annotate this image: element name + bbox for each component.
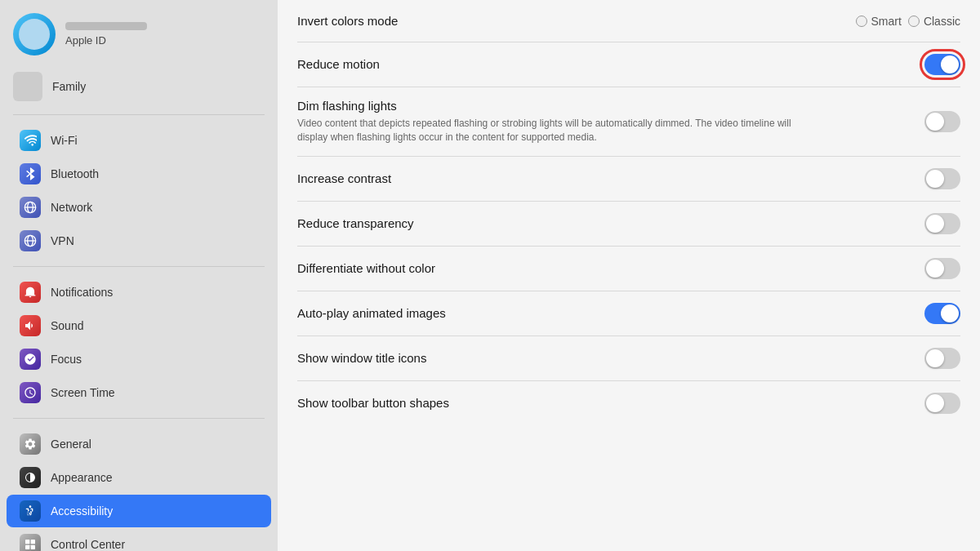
sidebar-item-sound[interactable]: Sound (7, 309, 271, 342)
autoplay-images-title: Auto-play animated images (297, 306, 446, 320)
sidebar-item-vpn-label: VPN (51, 234, 74, 247)
setting-row-dim-flashing-left: Dim flashing lights Video content that d… (297, 99, 924, 144)
setting-row-window-title-icons-left: Show window title icons (297, 351, 924, 366)
toolbar-button-shapes-right (924, 393, 960, 414)
svg-rect-11 (25, 545, 29, 549)
appearance-icon (20, 467, 41, 488)
dim-flashing-right (924, 111, 960, 132)
setting-row-window-title-icons: Show window title icons (297, 336, 960, 381)
radio-classic-circle (908, 16, 920, 27)
increase-contrast-title: Increase contrast (297, 171, 391, 185)
svg-line-1 (27, 174, 30, 177)
controlcenter-icon (20, 534, 41, 551)
increase-contrast-right (924, 168, 960, 189)
sidebar-family[interactable]: Family (0, 65, 278, 108)
family-avatar (13, 72, 42, 101)
dim-flashing-toggle[interactable] (924, 111, 960, 132)
family-label: Family (52, 80, 86, 93)
differentiate-color-toggle[interactable] (924, 258, 960, 279)
sidebar-item-general-label: General (51, 438, 91, 451)
dim-flashing-title: Dim flashing lights (297, 99, 397, 113)
differentiate-color-title: Differentiate without color (297, 261, 435, 275)
focus-icon (20, 349, 41, 370)
svg-point-8 (29, 505, 32, 508)
setting-row-autoplay-images-left: Auto-play animated images (297, 306, 924, 321)
radio-option-classic[interactable]: Classic (908, 15, 960, 28)
apple-id-avatar-inner (19, 19, 50, 50)
invert-colors-title: Invert colors mode (297, 14, 398, 28)
apple-id-text-group: Apple ID (65, 22, 147, 47)
toolbar-button-shapes-toggle-knob (926, 394, 944, 412)
reduce-transparency-right (924, 213, 960, 234)
setting-row-differentiate-color: Differentiate without color (297, 247, 960, 291)
sidebar-divider-2 (13, 266, 265, 267)
sidebar-item-accessibility-label: Accessibility (51, 504, 113, 518)
sidebar-item-bluetooth-label: Bluetooth (51, 167, 99, 180)
sound-icon (20, 315, 41, 336)
settings-list: Invert colors mode Smart Classic Red (278, 0, 980, 425)
sidebar-section-preferences: General Appearance Accessibility Control… (0, 424, 278, 551)
sidebar-item-vpn[interactable]: VPN (7, 224, 271, 257)
reduce-transparency-toggle-knob (926, 215, 944, 233)
window-title-icons-right (924, 348, 960, 369)
reduce-motion-toggle-knob (941, 56, 959, 73)
setting-row-autoplay-images: Auto-play animated images (297, 291, 960, 336)
apple-id-label: Apple ID (65, 34, 147, 47)
general-icon (20, 433, 41, 455)
sidebar-item-appearance-label: Appearance (51, 471, 113, 484)
sidebar-item-controlcenter[interactable]: Control Center (7, 528, 271, 551)
sidebar-item-wifi[interactable]: Wi-Fi (7, 124, 271, 157)
toolbar-button-shapes-toggle[interactable] (924, 393, 960, 414)
bluetooth-icon (20, 163, 41, 184)
notifications-icon (20, 282, 41, 303)
reduce-motion-toggle[interactable] (924, 54, 960, 75)
reduce-transparency-toggle[interactable] (924, 213, 960, 234)
sidebar-section-system: Notifications Sound Focus Screen Time (0, 272, 278, 413)
setting-row-invert-colors: Invert colors mode Smart Classic (297, 0, 960, 42)
svg-rect-9 (25, 540, 29, 544)
sidebar-item-screentime[interactable]: Screen Time (7, 376, 271, 409)
increase-contrast-toggle[interactable] (924, 168, 960, 189)
sidebar-item-focus[interactable]: Focus (7, 343, 271, 375)
setting-row-toolbar-button-shapes-left: Show toolbar button shapes (297, 396, 924, 411)
sidebar-item-accessibility[interactable]: Accessibility (7, 495, 271, 527)
sidebar-item-notifications-label: Notifications (51, 286, 113, 299)
setting-row-increase-contrast: Increase contrast (297, 157, 960, 202)
radio-option-smart[interactable]: Smart (856, 15, 902, 28)
sidebar-item-appearance[interactable]: Appearance (7, 461, 271, 494)
accessibility-icon (20, 500, 41, 522)
sidebar-item-network[interactable]: Network (7, 191, 271, 224)
sidebar-divider-1 (13, 114, 265, 115)
sidebar-item-general[interactable]: General (7, 428, 271, 460)
autoplay-images-toggle[interactable] (924, 303, 960, 324)
toolbar-button-shapes-title: Show toolbar button shapes (297, 396, 449, 410)
apple-id-avatar (13, 13, 56, 56)
window-title-icons-title: Show window title icons (297, 351, 426, 365)
setting-row-invert-colors-left: Invert colors mode (297, 14, 856, 29)
autoplay-images-right (924, 303, 960, 324)
dim-flashing-desc: Video content that depicts repeated flas… (297, 117, 820, 144)
wifi-icon (20, 130, 41, 151)
screentime-icon (20, 382, 41, 403)
setting-row-reduce-transparency: Reduce transparency (297, 202, 960, 247)
sidebar: Apple ID Family Wi-Fi (0, 0, 278, 551)
svg-rect-10 (31, 540, 35, 544)
setting-row-reduce-transparency-left: Reduce transparency (297, 216, 924, 231)
sidebar-item-bluetooth[interactable]: Bluetooth (7, 158, 271, 190)
sidebar-item-controlcenter-label: Control Center (51, 538, 125, 551)
window-title-icons-toggle[interactable] (924, 348, 960, 369)
differentiate-color-toggle-knob (926, 260, 944, 278)
radio-classic-label: Classic (924, 15, 960, 28)
differentiate-color-right (924, 258, 960, 279)
radio-smart-circle (856, 16, 867, 27)
apple-id-name-blurred (65, 22, 147, 30)
sidebar-divider-3 (13, 418, 265, 419)
setting-row-toolbar-button-shapes: Show toolbar button shapes (297, 381, 960, 425)
invert-colors-radio-group: Smart Classic (856, 15, 960, 28)
reduce-motion-right (924, 54, 960, 75)
radio-smart-label: Smart (871, 15, 902, 28)
sidebar-item-screentime-label: Screen Time (51, 386, 115, 399)
sidebar-item-notifications[interactable]: Notifications (7, 276, 271, 309)
sidebar-apple-id[interactable]: Apple ID (0, 0, 278, 65)
sidebar-item-focus-label: Focus (51, 353, 82, 366)
